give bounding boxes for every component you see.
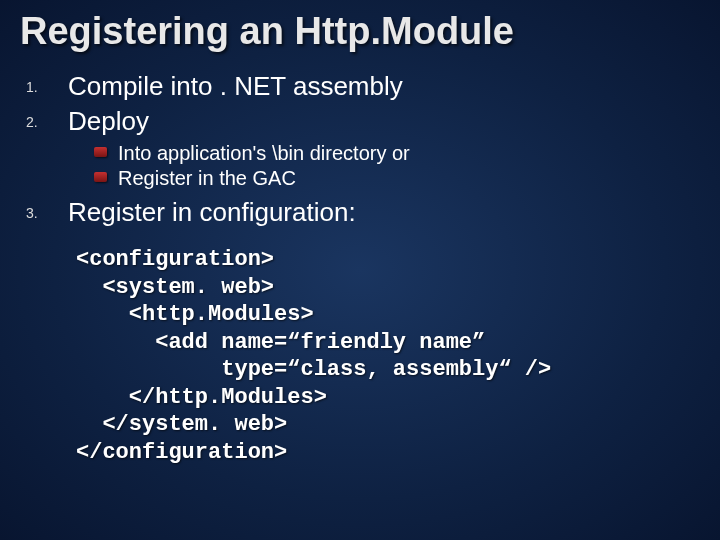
sub-item-2-text: Register in the GAC <box>118 167 296 189</box>
list-item-1-text: Compile into . NET assembly <box>68 71 403 101</box>
main-list: Compile into . NET assembly Deploy Into … <box>38 71 700 228</box>
sub-list: Into application's \bin directory or Reg… <box>94 141 700 191</box>
slide: Registering an Http.Module Compile into … <box>0 0 720 540</box>
list-item-2-text: Deploy <box>68 106 149 136</box>
list-item-3: Register in configuration: <box>68 197 700 228</box>
slide-title: Registering an Http.Module <box>20 10 700 53</box>
list-item-3-text: Register in configuration: <box>68 197 356 227</box>
sub-item-1-text: Into application's \bin directory or <box>118 142 410 164</box>
sub-item-1: Into application's \bin directory or <box>94 141 700 166</box>
list-item-1: Compile into . NET assembly <box>68 71 700 102</box>
code-block: <configuration> <system. web> <http.Modu… <box>76 246 700 466</box>
sub-item-2: Register in the GAC <box>94 166 700 191</box>
list-item-2: Deploy Into application's \bin directory… <box>68 106 700 191</box>
